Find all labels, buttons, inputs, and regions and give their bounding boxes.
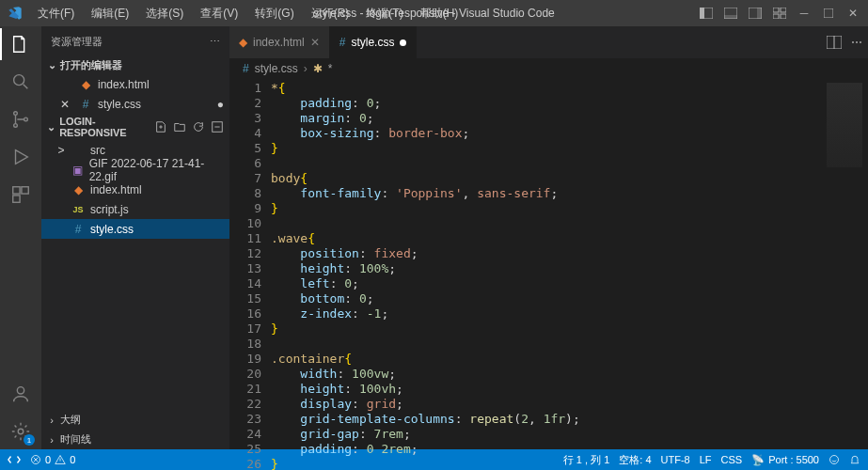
close-icon[interactable]: ✕ [60, 98, 73, 111]
code-content[interactable]: *{ padding: 0; margin: 0; box-sizing: bo… [271, 79, 821, 449]
remote-icon[interactable] [8, 453, 21, 466]
close-icon[interactable]: ✕ [310, 36, 320, 49]
line-numbers: 1234567891011121314151617181920212223242… [229, 79, 271, 449]
svg-point-12 [14, 112, 18, 116]
file-icon: # [339, 36, 346, 49]
code-editor[interactable]: 1234567891011121314151617181920212223242… [229, 79, 868, 449]
tab-more-icon[interactable]: ⋯ [851, 36, 862, 49]
new-folder-icon[interactable] [173, 120, 186, 133]
timeline-section[interactable]: ›时间线 [41, 430, 229, 449]
svg-rect-7 [781, 8, 786, 12]
svg-rect-8 [773, 14, 779, 19]
window-controls: ─ ✕ [697, 4, 868, 23]
menu-file[interactable]: 文件(F) [30, 2, 82, 25]
explorer-icon[interactable] [8, 32, 33, 56]
svg-rect-15 [13, 187, 20, 194]
svg-rect-1 [700, 8, 704, 19]
editor-tab[interactable]: #style.css [330, 26, 418, 58]
svg-rect-6 [773, 8, 779, 12]
symbol-star-icon: ✱ [313, 62, 323, 75]
chevron-right-icon: > [56, 144, 66, 157]
minimize-icon[interactable]: ─ [795, 4, 813, 23]
file-icon [71, 144, 85, 157]
chevron-down-icon: ⌄ [47, 59, 56, 71]
menu-go[interactable]: 转到(G) [247, 2, 301, 25]
project-section[interactable]: ⌄LOGIN-RESPONSIVE [41, 114, 229, 140]
tab-bar: ◆index.html✕#style.css ⋯ [229, 26, 868, 58]
new-file-icon[interactable] [154, 120, 167, 133]
svg-point-14 [24, 118, 28, 121]
open-editors-section[interactable]: ⌄打开的编辑器 [41, 56, 229, 74]
svg-point-24 [830, 456, 839, 464]
file-icon: # [79, 98, 92, 111]
breadcrumb-file: style.css [255, 62, 298, 75]
layout-grid-icon[interactable] [770, 4, 789, 23]
open-editor-item[interactable]: ◆index.html [41, 74, 229, 94]
svg-point-19 [18, 429, 24, 434]
svg-point-11 [14, 75, 24, 86]
layout-left-icon[interactable] [697, 4, 716, 23]
activity-bar: 1 [0, 26, 41, 449]
split-editor-icon[interactable] [827, 36, 842, 49]
breadcrumb[interactable]: # style.css › ✱ * [229, 58, 868, 79]
file-icon: JS [71, 203, 85, 216]
svg-point-18 [17, 387, 24, 394]
svg-rect-16 [22, 187, 28, 194]
svg-rect-10 [824, 8, 833, 18]
feedback-icon[interactable] [829, 454, 840, 465]
collapse-icon[interactable] [211, 120, 224, 133]
tree-item[interactable]: JSscript.js [41, 199, 229, 219]
layout-bottom-icon[interactable] [721, 4, 740, 23]
file-icon: ◆ [71, 183, 85, 196]
close-icon[interactable]: ✕ [844, 4, 862, 23]
svg-rect-9 [781, 14, 786, 19]
file-icon: ▣ [71, 164, 83, 177]
search-icon[interactable] [8, 70, 33, 94]
css-file-icon: # [243, 62, 249, 75]
tree-item[interactable]: ▣GIF 2022-06-17 21-41-22.gif [41, 160, 229, 180]
window-title: style.css - login-responsive - Visual St… [313, 7, 555, 20]
chevron-right-icon: › [47, 415, 56, 426]
file-icon: # [71, 223, 85, 236]
more-icon[interactable]: ⋯ [210, 36, 220, 48]
file-icon: ◆ [79, 78, 92, 91]
file-icon: ◆ [239, 36, 247, 49]
svg-rect-5 [757, 8, 762, 19]
settings-badge: 1 [24, 434, 35, 446]
editor-tab[interactable]: ◆index.html✕ [229, 26, 330, 58]
layout-right-icon[interactable] [746, 4, 765, 23]
source-control-icon[interactable] [8, 107, 33, 132]
account-icon[interactable] [8, 382, 33, 406]
menu-selection[interactable]: 选择(S) [138, 2, 191, 25]
maximize-icon[interactable] [819, 4, 838, 23]
chevron-down-icon: ⌄ [47, 121, 55, 133]
svg-rect-3 [724, 15, 737, 19]
settings-icon[interactable]: 1 [8, 419, 33, 444]
outline-section[interactable]: ›大纲 [41, 410, 229, 430]
tree-item[interactable]: #style.css [41, 219, 229, 239]
dirty-dot-icon [400, 39, 406, 46]
svg-point-13 [14, 124, 18, 128]
editor-group: ◆index.html✕#style.css ⋯ # style.css › ✱… [229, 26, 868, 449]
title-bar: 文件(F) 编辑(E) 选择(S) 查看(V) 转到(G) 运行(R) 终端(T… [0, 0, 868, 26]
chevron-right-icon: › [47, 434, 56, 446]
extensions-icon[interactable] [8, 182, 33, 207]
breadcrumb-symbol: * [328, 62, 333, 75]
open-editor-item[interactable]: ✕#style.css● [41, 94, 229, 114]
bell-icon[interactable] [849, 454, 860, 465]
debug-icon[interactable] [8, 145, 33, 169]
svg-rect-17 [13, 196, 20, 202]
explorer-title: 资源管理器 [51, 35, 103, 49]
minimap[interactable] [821, 79, 868, 449]
menu-edit[interactable]: 编辑(E) [84, 2, 136, 25]
refresh-icon[interactable] [192, 120, 205, 133]
explorer-sidebar: 资源管理器 ⋯ ⌄打开的编辑器 ◆index.html✕#style.css● … [41, 26, 229, 449]
problems[interactable]: 0 0 [30, 454, 75, 465]
menu-view[interactable]: 查看(V) [193, 2, 245, 25]
explorer-header: 资源管理器 ⋯ [41, 26, 229, 56]
vscode-logo-icon [0, 6, 30, 21]
dirty-dot-icon: ● [217, 98, 224, 111]
